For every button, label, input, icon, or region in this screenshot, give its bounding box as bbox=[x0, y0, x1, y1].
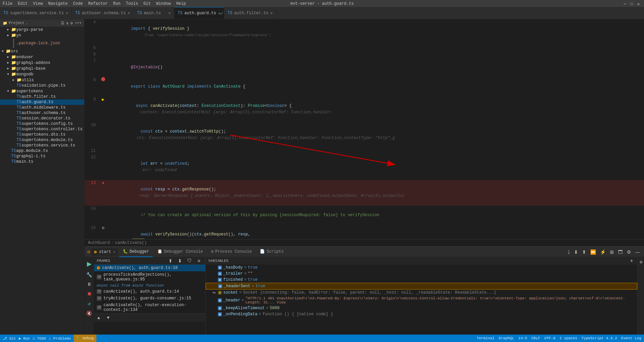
tab-supertokens-service[interactable]: TS supertokens.service.ts ✕ bbox=[0, 7, 72, 19]
tree-item-auth-filter[interactable]: TS auth.filter.ts bbox=[0, 94, 84, 99]
expand-right-button[interactable]: ⊞ bbox=[638, 258, 644, 265]
menu-window[interactable]: Window bbox=[156, 1, 171, 6]
tab-authuser-schema[interactable]: TS authuser.schema.ts ✕ bbox=[72, 7, 134, 19]
tab-close[interactable]: ✕ bbox=[168, 11, 171, 15]
restore-button[interactable]: 🗖 bbox=[617, 249, 624, 255]
tab-close[interactable]: ✕ bbox=[66, 11, 68, 15]
tree-item-auth-middleware[interactable]: TS auth.middleware.ts bbox=[0, 105, 84, 110]
more-icon[interactable]: ••• bbox=[75, 21, 82, 25]
sort-frames-button[interactable]: ≡ bbox=[195, 257, 203, 265]
add-watch-button[interactable]: + bbox=[629, 258, 635, 264]
tree-item-utils[interactable]: ▶ 📁 utils bbox=[0, 77, 84, 83]
tab-debugger-console[interactable]: 📋 Debugger Console bbox=[154, 247, 206, 257]
frame-item-1[interactable]: canActivate(), auth.guard.ts:18 bbox=[94, 265, 205, 271]
tree-item-graphql-base[interactable]: ▶ 📁 graphql-base bbox=[0, 66, 84, 71]
code-editor[interactable]: 4 import { verifySession } from 'superto… bbox=[85, 19, 644, 239]
line-ending-status[interactable]: CRLF bbox=[531, 336, 540, 340]
var-finished[interactable]: ▣ finished = true bbox=[206, 277, 637, 283]
menu-code[interactable]: Code bbox=[73, 1, 83, 6]
tab-main[interactable]: TS main.ts ✕ bbox=[134, 7, 174, 19]
menu-help[interactable]: Help bbox=[176, 1, 186, 6]
var-trailer[interactable]: ▣ _trailer = "" bbox=[206, 271, 637, 277]
terminal-status[interactable]: Terminal bbox=[477, 336, 495, 340]
git-status[interactable]: ⎇ Git bbox=[3, 336, 16, 341]
var-header[interactable]: ▣ _header = "HTTP/1.1 401 Unauthorized\r… bbox=[206, 296, 637, 305]
var-keepAlive[interactable]: ▣ _keepAliveTimeout = 5000 bbox=[206, 305, 637, 311]
tree-item-supertokens-controller[interactable]: TS supertokens.controller.ts bbox=[0, 127, 84, 132]
event-log-status[interactable]: Event Log bbox=[621, 336, 641, 340]
tree-item-supertokens-config[interactable]: TS supertokens.config.ts bbox=[0, 121, 84, 127]
menu-run[interactable]: Run bbox=[113, 1, 120, 6]
evaluate-button[interactable]: ⚡ bbox=[599, 249, 607, 255]
session-close-button[interactable]: ✕ bbox=[113, 250, 115, 254]
settings-button[interactable]: ⚙ bbox=[625, 249, 632, 255]
tree-item-validation-pipe[interactable]: TS validation.pipe.ts bbox=[0, 83, 84, 88]
tree-item-authuser-schema[interactable]: TS authuser.schema.ts bbox=[0, 110, 84, 116]
tree-item-enduser[interactable]: ▶ 📁 enduser bbox=[0, 54, 84, 60]
lang-status[interactable]: TypeScript 4.6.2 bbox=[581, 336, 617, 340]
menu-file[interactable]: File bbox=[3, 1, 13, 6]
menu-git[interactable]: Git bbox=[143, 1, 151, 6]
tree-item-supertokens-service[interactable]: TS supertokens.service.ts bbox=[0, 143, 84, 148]
collapse-frames-button[interactable]: ⬇ bbox=[176, 257, 184, 265]
menu-navigate[interactable]: Navigate bbox=[48, 1, 68, 6]
var-hasBody[interactable]: ▣ _hasBody = true bbox=[206, 265, 637, 271]
frame-item-4[interactable]: JS tryActivate(), guards-consumer.js:15 bbox=[94, 295, 205, 302]
layout-button[interactable]: ⊞ bbox=[608, 249, 615, 255]
step-into-button[interactable]: ⬇ bbox=[573, 249, 579, 255]
run-status[interactable]: ▶ Run bbox=[19, 336, 30, 341]
tree-item-app-module[interactable]: TS app.module.ts bbox=[0, 148, 84, 154]
tree-item-src[interactable]: ▼ 📁 src bbox=[0, 48, 84, 54]
scroll-down-button[interactable]: ▼ bbox=[105, 314, 112, 321]
tree-item-package-lock[interactable]: { } .package-lock.json bbox=[0, 38, 84, 48]
tree-item-mongodb[interactable]: ▼ 📁 mongodb bbox=[0, 71, 84, 77]
problems-status[interactable]: ⚠ Problems bbox=[49, 336, 71, 341]
encoding-status[interactable]: UTF-8 bbox=[544, 336, 555, 340]
tree-item-graphql-addons[interactable]: ▶ 📁 graphql-addons bbox=[0, 60, 84, 66]
sort-icon[interactable]: ⇅ bbox=[66, 21, 69, 25]
tab-close[interactable]: ✕ bbox=[128, 11, 130, 15]
tree-item-yn[interactable]: ▶ 📁 yn bbox=[0, 32, 84, 38]
scroll-up-button[interactable]: ▲ bbox=[95, 314, 102, 321]
menu-view[interactable]: View bbox=[33, 1, 43, 6]
debug-status[interactable]: 🐛 Debug bbox=[74, 335, 96, 342]
tab-auth-guard[interactable]: TS auth.guard.ts ✕ ✓ bbox=[174, 7, 224, 19]
var-onPendingData[interactable]: ▣ _onPendingData = function () { [native… bbox=[206, 311, 637, 317]
settings-icon[interactable]: ⚙ bbox=[71, 21, 73, 25]
filter-frames-button[interactable]: ⛉ bbox=[186, 257, 193, 265]
tree-item-yargs[interactable]: ▶ 📁 yargs-parse bbox=[0, 27, 84, 32]
menu-edit[interactable]: Edit bbox=[18, 1, 28, 6]
run-to-cursor-button[interactable]: ⏩ bbox=[589, 249, 597, 255]
close-button[interactable]: ✕ bbox=[637, 2, 641, 6]
maximize-button[interactable]: □ bbox=[630, 2, 635, 6]
tree-item-graphql-i[interactable]: TS graphql-i.ts bbox=[0, 154, 84, 159]
menu-refactor[interactable]: Refactor bbox=[88, 1, 108, 6]
tab-process-console[interactable]: ⚙ Process Console bbox=[208, 247, 255, 257]
minimize-panel-button[interactable]: — bbox=[634, 249, 641, 255]
tab-auth-filter[interactable]: TS auth.filter.ts ✕ bbox=[224, 7, 276, 19]
tree-item-supertokens-module[interactable]: TS supertokens.module.ts bbox=[0, 137, 84, 143]
var-headerSent[interactable]: ▣ _headerSent = true bbox=[206, 283, 637, 290]
tab-scripts[interactable]: 📄 Scripts bbox=[256, 247, 287, 257]
tree-item-supertokens[interactable]: ▼ 📁 supertokens bbox=[0, 88, 84, 94]
indent-status[interactable]: 2 spaces bbox=[559, 336, 577, 340]
graphql-status[interactable]: GraphQL bbox=[499, 336, 514, 340]
frame-item-3[interactable]: TS canActivate(), auth.guard.ts:14 bbox=[94, 288, 205, 295]
var-socket[interactable]: ▶ ▣ socket = Socket {connecting: false, … bbox=[206, 290, 637, 296]
expand-frames-button[interactable]: ⬆ bbox=[167, 257, 174, 265]
collapse-all-icon[interactable]: ☰ bbox=[61, 21, 64, 25]
tree-item-supertokens-dto[interactable]: TS supertokens.dto.ts bbox=[0, 132, 84, 137]
minimize-button[interactable]: — bbox=[624, 2, 628, 6]
frame-item-5[interactable]: JS canActivateFn(), router-execution-con… bbox=[94, 302, 205, 313]
frame-item-2[interactable]: JS processTicksAndRejections(), task_que… bbox=[94, 271, 205, 283]
resume-button[interactable]: ▶ bbox=[85, 260, 93, 268]
tab-debugger[interactable]: 🐛 Debugger bbox=[119, 247, 153, 257]
tree-item-auth-guard[interactable]: TS auth.guard.ts bbox=[0, 99, 84, 105]
step-out-button[interactable]: ⬆ bbox=[581, 249, 588, 255]
step-over-button[interactable]: ⤵ bbox=[566, 249, 571, 255]
tab-close[interactable]: ✕ bbox=[270, 11, 273, 15]
tree-item-session-decorator[interactable]: TS session.decorator.ts bbox=[0, 116, 84, 121]
position-status[interactable]: 14:5 bbox=[518, 336, 527, 340]
todo-status[interactable]: ☑ TODO bbox=[32, 336, 46, 341]
menu-tools[interactable]: Tools bbox=[126, 1, 138, 6]
